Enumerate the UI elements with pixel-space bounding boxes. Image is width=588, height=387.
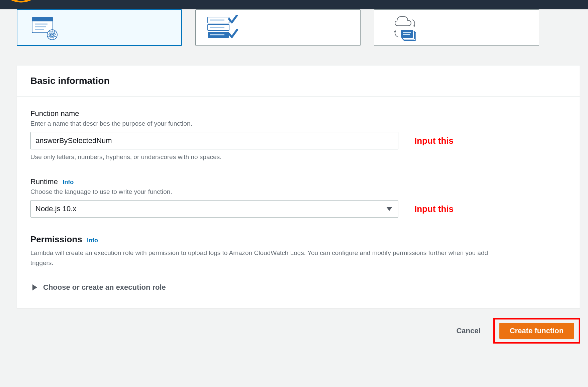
execution-role-expander[interactable]: Choose or create an execution role — [32, 283, 566, 292]
svg-marker-14 — [413, 25, 415, 27]
function-name-input[interactable] — [30, 132, 398, 149]
checklist-icon — [206, 15, 239, 42]
cloud-sync-icon — [384, 15, 418, 42]
option-card-use-blueprint[interactable] — [195, 9, 361, 46]
annotation-create-function-highlight: Create function — [493, 318, 580, 344]
permissions-heading: Permissions — [30, 234, 82, 244]
runtime-label: Runtime — [30, 177, 58, 186]
svg-rect-18 — [401, 30, 413, 38]
option-card-author-from-scratch[interactable] — [17, 9, 182, 46]
svg-marker-22 — [32, 284, 37, 290]
gear-document-icon — [27, 15, 61, 42]
runtime-select[interactable]: Node.js 10.x — [30, 200, 398, 218]
function-name-group: Function name Enter a name that describe… — [30, 109, 566, 161]
runtime-select-value: Node.js 10.x — [35, 205, 76, 213]
top-navigation-bar — [0, 0, 588, 9]
footer-actions: Cancel Create function — [17, 318, 580, 344]
option-card-serverless-repo[interactable] — [374, 9, 539, 46]
create-function-button[interactable]: Create function — [499, 323, 574, 339]
svg-rect-1 — [32, 17, 53, 21]
annotation-function-name: Input this — [414, 136, 454, 146]
runtime-info-link[interactable]: Info — [63, 179, 74, 185]
basic-information-panel: Basic information Function name Enter a … — [17, 65, 580, 308]
function-name-label: Function name — [30, 109, 566, 118]
aws-logo-smile-icon — [7, 0, 35, 4]
panel-title: Basic information — [30, 76, 566, 86]
caret-right-icon — [32, 284, 37, 290]
runtime-description: Choose the language to use to write your… — [30, 188, 566, 196]
panel-header: Basic information — [17, 66, 580, 97]
permissions-description: Lambda will create an execution role wit… — [30, 248, 505, 268]
annotation-runtime: Input this — [414, 204, 454, 214]
runtime-group: Runtime Info Choose the language to use … — [30, 177, 566, 218]
cancel-button[interactable]: Cancel — [455, 323, 482, 339]
function-name-help: Use only letters, numbers, hyphens, or u… — [30, 153, 566, 161]
create-option-cards — [17, 9, 583, 46]
execution-role-expander-label: Choose or create an execution role — [43, 283, 166, 292]
function-name-description: Enter a name that describes the purpose … — [30, 120, 566, 127]
permissions-info-link[interactable]: Info — [87, 237, 98, 244]
